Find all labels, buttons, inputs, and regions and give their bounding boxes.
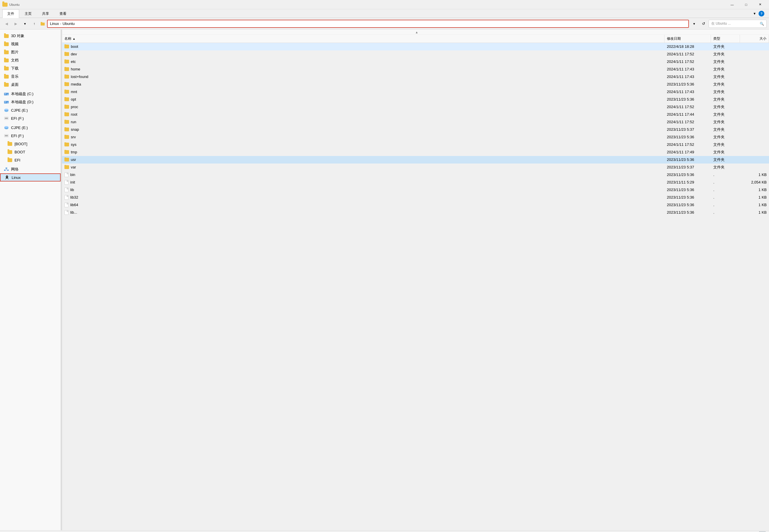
table-row[interactable]: mnt2024/1/11 17:43文件夹 bbox=[62, 88, 769, 96]
table-row[interactable]: boot2022/4/18 18:28文件夹 bbox=[62, 43, 769, 50]
col-header-date[interactable]: 修改日期 bbox=[665, 35, 711, 43]
close-button[interactable]: ✕ bbox=[753, 0, 767, 9]
file-date-cell: 2024/1/11 17:44 bbox=[665, 112, 711, 117]
folder-icon bbox=[64, 128, 69, 131]
sidebar-item-boot2-folder[interactable]: BOOT bbox=[0, 148, 61, 156]
file-name-cell: lib bbox=[62, 188, 665, 192]
sidebar-item-linux[interactable]: Linux bbox=[0, 173, 61, 181]
tab-home[interactable]: 主页 bbox=[20, 9, 37, 18]
table-row[interactable]: usr2023/11/23 5:36文件夹 bbox=[62, 156, 769, 164]
file-size-cell: 1 KB bbox=[740, 188, 769, 192]
col-header-size[interactable]: 大小 bbox=[740, 35, 769, 43]
maximize-button[interactable]: □ bbox=[739, 0, 753, 9]
table-row[interactable]: sys2024/1/11 17:52文件夹 bbox=[62, 141, 769, 148]
chevron-down-icon[interactable]: ▾ bbox=[752, 11, 757, 17]
help-button[interactable]: ? bbox=[759, 11, 764, 17]
table-row[interactable]: proc2024/1/11 17:52文件夹 bbox=[62, 103, 769, 111]
table-row[interactable]: var2023/11/23 5:37文件夹 bbox=[62, 164, 769, 171]
sidebar-item-drive-d[interactable]: 本地磁盘 (D:) bbox=[0, 98, 61, 106]
sidebar-item-efi-folder[interactable]: EFI bbox=[0, 156, 61, 164]
minimize-button[interactable]: — bbox=[726, 0, 739, 9]
table-row[interactable]: home2024/1/11 17:43文件夹 bbox=[62, 66, 769, 73]
file-date-cell: 2023/11/23 5:36 bbox=[665, 188, 711, 192]
address-dropdown-button[interactable]: ▾ bbox=[690, 20, 698, 28]
folder-icon-title bbox=[2, 3, 8, 7]
sidebar-item-pictures[interactable]: 图片 bbox=[0, 48, 61, 56]
table-row[interactable]: lost+found2024/1/11 17:43文件夹 bbox=[62, 73, 769, 81]
file-date-cell: 2023/11/23 5:36 bbox=[665, 135, 711, 139]
svg-rect-3 bbox=[5, 93, 6, 94]
forward-button[interactable]: ▶ bbox=[12, 20, 20, 28]
sidebar-item-music[interactable]: 音乐 bbox=[0, 72, 61, 81]
table-row[interactable]: lib322023/11/23 5:36.1 KB bbox=[62, 194, 769, 201]
folder-icon bbox=[64, 150, 69, 154]
sidebar-item-drive-e[interactable]: CJPE (E:) bbox=[0, 106, 61, 114]
table-row[interactable]: etc2024/1/11 17:52文件夹 bbox=[62, 58, 769, 66]
table-row[interactable]: opt2023/11/23 5:36文件夹 bbox=[62, 96, 769, 103]
titlebar: Ubuntu — □ ✕ bbox=[0, 0, 769, 9]
table-row[interactable]: root2024/1/11 17:44文件夹 bbox=[62, 111, 769, 118]
file-name-cell: home bbox=[62, 67, 665, 71]
svg-point-15 bbox=[4, 126, 8, 128]
folder-icon bbox=[64, 97, 69, 101]
file-type-cell: 文件夹 bbox=[711, 89, 740, 95]
tab-file[interactable]: 文件 bbox=[2, 9, 19, 18]
table-row[interactable]: snap2023/11/23 5:37文件夹 bbox=[62, 126, 769, 133]
table-row[interactable]: lib...2023/11/23 5:36.1 KB bbox=[62, 209, 769, 216]
folder-boot2-icon bbox=[7, 149, 13, 155]
refresh-button[interactable]: ↺ bbox=[699, 20, 708, 28]
sidebar-item-efi-f2[interactable]: EFI (F:) bbox=[0, 132, 61, 140]
sidebar-item-drive-f[interactable]: EFI (F:) bbox=[0, 114, 61, 122]
table-row[interactable]: tmp2024/1/11 17:49文件夹 bbox=[62, 148, 769, 156]
file-name-cell: lib... bbox=[62, 210, 665, 215]
table-row[interactable]: media2023/11/23 5:36文件夹 bbox=[62, 81, 769, 88]
sidebar-item-video[interactable]: 视频 bbox=[0, 40, 61, 48]
folder-efi-icon bbox=[7, 157, 13, 163]
file-icon bbox=[64, 195, 68, 200]
back-button[interactable]: ◀ bbox=[2, 20, 10, 28]
address-bar[interactable]: Linux › Ubuntu bbox=[47, 20, 689, 28]
sidebar-item-documents[interactable]: 文档 bbox=[0, 56, 61, 64]
tab-view[interactable]: 查看 bbox=[55, 9, 71, 18]
table-row[interactable]: dev2024/1/11 17:52文件夹 bbox=[62, 50, 769, 58]
table-row[interactable]: srv2023/11/23 5:36文件夹 bbox=[62, 133, 769, 141]
file-name-cell: lost+found bbox=[62, 75, 665, 79]
table-row[interactable]: run2024/1/11 17:52文件夹 bbox=[62, 118, 769, 126]
col-header-name[interactable]: 名称 ▲ bbox=[62, 35, 665, 43]
folder-icon bbox=[64, 75, 69, 79]
up-button[interactable]: ↑ bbox=[30, 20, 38, 28]
sidebar-item-network[interactable]: 网络 bbox=[0, 165, 61, 173]
folder-music-icon bbox=[3, 74, 9, 79]
sidebar-item-desktop[interactable]: 桌面 bbox=[0, 81, 61, 89]
sidebar: 3D 对象 视频 图片 文档 下载 音乐 桌面 bbox=[0, 30, 61, 530]
file-date-cell: 2023/11/23 5:36 bbox=[665, 210, 711, 215]
tab-share[interactable]: 共享 bbox=[37, 9, 54, 18]
file-icon bbox=[64, 188, 68, 192]
file-name-cell: etc bbox=[62, 59, 665, 64]
file-size-cell: 1 KB bbox=[740, 203, 769, 207]
file-type-cell: 文件夹 bbox=[711, 52, 740, 57]
file-date-cell: 2024/1/11 17:52 bbox=[665, 120, 711, 124]
file-type-cell: . bbox=[711, 173, 740, 177]
folder-icon bbox=[64, 143, 69, 146]
statusbar: 24 个项目 选中 1 个项目 bbox=[0, 530, 769, 532]
file-date-cell: 2024/1/11 17:49 bbox=[665, 150, 711, 154]
sidebar-item-3d[interactable]: 3D 对象 bbox=[0, 32, 61, 40]
file-name-cell: boot bbox=[62, 44, 665, 49]
sidebar-item-cjpe-e2[interactable]: CJPE (E:) bbox=[0, 124, 61, 132]
folder-icon bbox=[64, 90, 69, 94]
nav-dropdown-button[interactable]: ▾ bbox=[21, 20, 29, 28]
file-date-cell: 2024/1/11 17:43 bbox=[665, 67, 711, 71]
sidebar-item-drive-c[interactable]: 本地磁盘 (C:) bbox=[0, 90, 61, 98]
search-box[interactable]: 在 Ubuntu ... 🔍 bbox=[709, 20, 767, 28]
col-header-type[interactable]: 类型 bbox=[711, 35, 740, 43]
table-row[interactable]: init2023/11/11 5:29.2,054 KB bbox=[62, 179, 769, 186]
sort-arrow: ▲ bbox=[72, 37, 75, 40]
table-row[interactable]: lib2023/11/23 5:36.1 KB bbox=[62, 186, 769, 194]
file-type-cell: 文件夹 bbox=[711, 44, 740, 49]
sidebar-item-boot-folder[interactable]: [BOOT] bbox=[0, 140, 61, 148]
sidebar-item-downloads[interactable]: 下载 bbox=[0, 64, 61, 72]
file-name-cell: sys bbox=[62, 142, 665, 147]
table-row[interactable]: bin2023/11/23 5:36.1 KB bbox=[62, 171, 769, 179]
table-row[interactable]: lib642023/11/23 5:36.1 KB bbox=[62, 201, 769, 209]
